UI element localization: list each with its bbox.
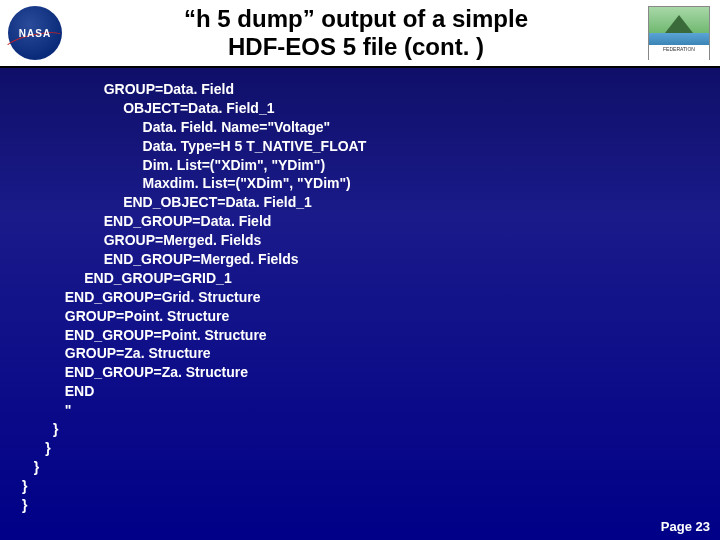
esip-label: FEDERATION [649, 45, 709, 60]
water-icon [649, 33, 709, 45]
esip-sky-icon [649, 7, 709, 33]
slide-title: “h 5 dump” output of a simple HDF-EOS 5 … [64, 5, 648, 60]
mountain-icon [665, 15, 693, 33]
slide-header: NASA “h 5 dump” output of a simple HDF-E… [0, 0, 720, 68]
code-block: GROUP=Data. Field OBJECT=Data. Field_1 D… [22, 80, 366, 514]
nasa-logo-text: NASA [19, 28, 51, 39]
nasa-logo: NASA [6, 4, 64, 62]
title-line-2: HDF-EOS 5 file (cont. ) [228, 33, 484, 60]
title-line-1: “h 5 dump” output of a simple [184, 5, 528, 32]
esip-logo: FEDERATION [648, 6, 710, 60]
slide: NASA “h 5 dump” output of a simple HDF-E… [0, 0, 720, 540]
page-number: Page 23 [661, 519, 710, 534]
